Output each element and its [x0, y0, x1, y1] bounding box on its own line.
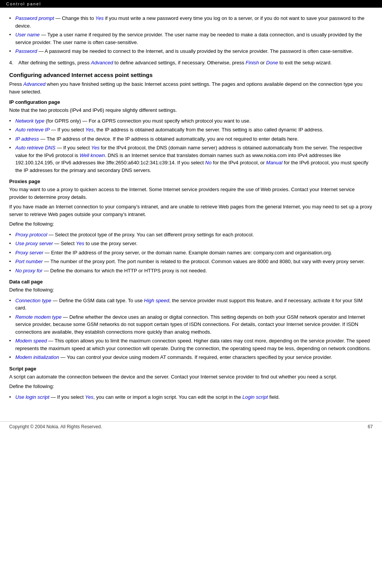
item4-finish: Finish: [246, 60, 259, 66]
item4-mid: to define advanced settings, if necessar…: [113, 60, 246, 66]
script-b1-mid: , you can write or import a login script…: [93, 394, 243, 400]
proxy-b1-text: — Select the protocol type of the proxy.…: [47, 232, 254, 237]
proxy-b2-rest: to use the proxy server.: [84, 241, 138, 246]
ip-b4-yes: Yes: [91, 145, 100, 151]
proxy-b2-yes: Yes: [76, 241, 84, 246]
bullet-username: User name — Type a user name if required…: [9, 30, 373, 47]
bullet1-text: — Change this to: [54, 15, 95, 21]
auto-retrieve-ip-label: Auto retrieve IP: [15, 127, 50, 133]
proxy-b5-text: — Define the domains for which the HTTP …: [43, 268, 207, 274]
ip-note: Note that the two protocols (IPv4 and IP…: [9, 106, 373, 114]
ip-b4-mid3: for the IPv4 protocol, or: [211, 160, 266, 165]
section1-heading: Configuring advanced Internet access poi…: [9, 72, 373, 78]
proxy-bullet-noproxyfor: No proxy for — Define the domains for wh…: [9, 266, 373, 275]
dc-bullet-modeminit: Modem initialization — You can control y…: [9, 353, 373, 362]
dc-bullet-connectiontype: Connection type — Define the GSM data ca…: [9, 296, 373, 313]
port-number-label: Port number: [15, 259, 43, 264]
password-label: Password: [15, 48, 37, 54]
proxy-b4-text: — The number of the proxy port. The port…: [43, 259, 365, 264]
ip-bullet-autoretrievedns: Auto retrieve DNS — If you select Yes fo…: [9, 143, 373, 175]
connection-type-label: Connection type: [15, 298, 51, 303]
datacall-define: Define the following:: [9, 286, 373, 294]
bullet-password: Password — A password may be needed to c…: [9, 47, 373, 56]
datacall-heading: Data call page: [9, 279, 373, 285]
script-b1-text: — If you select: [49, 394, 85, 400]
script-p1: A script can automate the connection bet…: [9, 373, 373, 381]
ip-address-label: IP address: [15, 136, 39, 142]
script-b1-end: field.: [268, 394, 280, 400]
ip-b4-no: No: [205, 160, 212, 165]
proxy-protocol-label: Proxy protocol: [15, 232, 47, 237]
ip-config-heading: IP configuration page: [9, 99, 373, 105]
no-proxy-for-label: No proxy for: [15, 268, 43, 274]
step-4: After defining the settings, press Advan…: [9, 59, 373, 67]
script-define: Define the following:: [9, 383, 373, 390]
proxy-bullet-useproxy: Use proxy server — Select Yes to use the…: [9, 239, 373, 248]
script-heading: Script page: [9, 366, 373, 372]
dc-b2-text: — Define whether the device uses an anal…: [15, 314, 365, 335]
ip-bullet-autoretrieveip: Auto retrieve IP — If you select Yes, th…: [9, 125, 373, 134]
ip-b2-yes: Yes: [85, 127, 94, 133]
modem-speed-label: Modem speed: [15, 338, 47, 344]
dc-bullet-modemspeed: Modem speed — This option allows you to …: [9, 336, 373, 353]
bullet3-text: — A password may be needed to connect to…: [37, 48, 353, 54]
proxy-bullet-protocol: Proxy protocol — Select the protocol typ…: [9, 230, 373, 239]
footer-page-number: 67: [368, 424, 373, 429]
bullet-password-prompt: Password prompt — Change this to Yes if …: [9, 14, 373, 30]
page-footer: Copyright © 2004 Nokia. All Rights Reser…: [0, 421, 382, 432]
ip-b2-text: — If you select: [50, 127, 85, 133]
proxies-bullets: Proxy protocol — Select the protocol typ…: [9, 230, 373, 275]
ip-bullets: Network type (for GPRS only) — For a GPR…: [9, 116, 373, 175]
password-prompt-label: Password prompt: [15, 15, 54, 21]
header-title: Control panel: [6, 2, 41, 6]
dc-bullet-remotemodem: Remote modem type — Define whether the d…: [9, 313, 373, 337]
proxies-p2: If you have made an Internet connection …: [9, 203, 373, 218]
item4-end: to exit the setup wizard.: [278, 60, 332, 66]
ip-b1-text: (for GPRS only) — For a GPRS connection …: [44, 118, 251, 124]
proxies-define: Define the following:: [9, 220, 373, 228]
ip-bullet-networktype: Network type (for GPRS only) — For a GPR…: [9, 116, 373, 126]
ip-b2-rest: , the IP address is obtained automatical…: [94, 127, 324, 133]
intro-bullets: Password prompt — Change this to Yes if …: [9, 14, 373, 56]
modem-init-label: Modem initialization: [15, 354, 59, 360]
remote-modem-type-label: Remote modem type: [15, 314, 62, 320]
script-bullet-loginscript: Use login script — If you select Yes, yo…: [9, 393, 373, 402]
page-header: Control panel: [0, 0, 382, 8]
network-type-label: Network type: [15, 118, 44, 124]
script-b1-loginscript: Login script: [243, 394, 268, 400]
proxy-b2-text: — Select: [53, 241, 76, 246]
item4-advanced: Advanced: [91, 60, 113, 66]
section1-advanced: Advanced: [23, 81, 46, 87]
section1-para: Press Advanced when you have finished se…: [9, 80, 373, 95]
dc-b1-text: — Define the GSM data call type. To use: [51, 298, 144, 303]
ip-b4-manual: Manual: [266, 160, 283, 165]
use-proxy-server-label: Use proxy server: [15, 241, 53, 246]
ip-b4-wellknown: Well known: [80, 152, 105, 158]
proxies-p1: You may want to use a proxy to quicken a…: [9, 186, 373, 201]
proxy-server-label: Proxy server: [15, 250, 43, 256]
username-label: User name: [15, 32, 40, 38]
dc-b3-text: — This option allows you to limit the ma…: [15, 338, 371, 351]
item4-or: or: [259, 60, 266, 66]
ip-bullet-ipaddress: IP address — The IP address of the devic…: [9, 134, 373, 144]
section1-p2: when you have finished setting up the ba…: [9, 81, 362, 95]
use-login-script-label: Use login script: [15, 394, 49, 400]
item4-text: After defining the settings, press: [18, 60, 91, 66]
item4-done: Done: [266, 60, 278, 66]
dc-b4-text: — You can control your device using mode…: [59, 354, 332, 360]
datacall-bullets: Connection type — Define the GSM data ca…: [9, 296, 373, 362]
auto-retrieve-dns-label: Auto retrieve DNS: [15, 145, 56, 151]
proxy-bullet-portnumber: Port number — The number of the proxy po…: [9, 257, 373, 266]
proxies-heading: Proxies page: [9, 179, 373, 184]
ip-b4-text: — If you select: [56, 145, 91, 151]
script-b1-yes: Yes: [85, 394, 93, 400]
dc-b1-highspeed: High speed: [144, 298, 169, 303]
proxy-b3-text: — Enter the IP address of the proxy serv…: [43, 250, 332, 256]
bullet1-yes: Yes: [95, 15, 104, 21]
bullet2-text: — Type a user name if required by the se…: [15, 32, 362, 45]
script-bullets: Use login script — If you select Yes, yo…: [9, 393, 373, 402]
proxy-bullet-proxyserver: Proxy server — Enter the IP address of t…: [9, 248, 373, 257]
section1-p: Press: [9, 81, 23, 87]
ip-b3-text: — The IP address of the device. If the I…: [39, 136, 299, 142]
main-content: Password prompt — Change this to Yes if …: [0, 8, 382, 414]
